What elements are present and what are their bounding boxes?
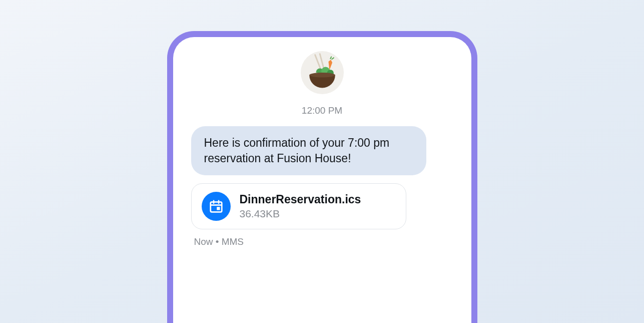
contact-avatar[interactable]: [301, 51, 344, 94]
message-bubble[interactable]: Here is confirmation of your 7:00 pm res…: [191, 126, 426, 175]
conversation-timestamp: 12:00 PM: [302, 105, 342, 116]
attachment-size: 36.43KB: [240, 207, 361, 220]
message-list: Here is confirmation of your 7:00 pm res…: [191, 126, 453, 247]
bowl-food-icon: [301, 50, 344, 95]
attachment-filename: DinnerReservation.ics: [240, 192, 361, 207]
svg-rect-12: [217, 207, 220, 210]
attachment-icon-wrap: [202, 192, 231, 221]
svg-point-7: [309, 73, 335, 78]
attachment-card[interactable]: DinnerReservation.ics 36.43KB: [191, 183, 406, 229]
attachment-text: DinnerReservation.ics 36.43KB: [240, 192, 361, 221]
message-meta: Now • MMS: [191, 236, 244, 247]
svg-rect-8: [210, 202, 222, 212]
calendar-icon: [209, 199, 224, 214]
phone-frame: 12:00 PM Here is confirmation of your 7:…: [167, 31, 477, 323]
